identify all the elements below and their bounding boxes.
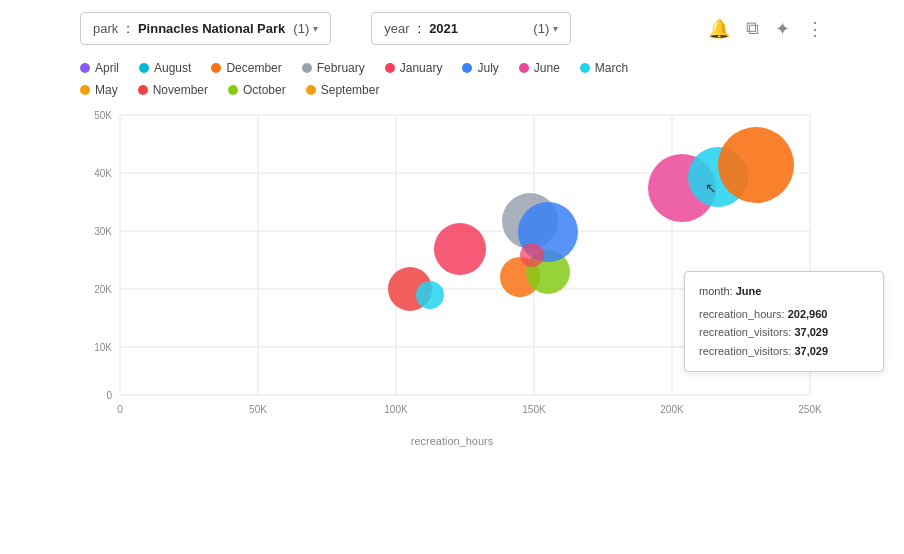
legend-item-february: February (302, 61, 365, 75)
legend-item-june: June (519, 61, 560, 75)
legend-dot-february (302, 63, 312, 73)
legend-dot-august (139, 63, 149, 73)
legend-label-december: December (226, 61, 281, 75)
svg-text:↖: ↖ (705, 180, 717, 196)
svg-text:0: 0 (117, 404, 123, 415)
legend-item-march: March (580, 61, 628, 75)
filter-settings-icon[interactable]: ⧉ (746, 18, 759, 39)
toolbar-icons: 🔔 ⧉ ✦ ⋮ (708, 18, 824, 40)
park-chevron-icon: ▾ (313, 23, 318, 34)
scatter-chart: 50K 40K 30K 20K 10K 0 0 50K 100K 150K 20… (70, 105, 830, 425)
svg-text:100K: 100K (384, 404, 408, 415)
legend-label-june: June (534, 61, 560, 75)
legend-item-october: October (228, 83, 286, 97)
legend-dot-march (580, 63, 590, 73)
legend-dot-november (138, 85, 148, 95)
legend-item-august: August (139, 61, 191, 75)
year-filter-count: (1) ▾ (533, 21, 558, 36)
bubble-march-small[interactable] (416, 281, 444, 309)
legend-item-november: November (138, 83, 208, 97)
svg-text:40K: 40K (94, 168, 112, 179)
legend-label-september: September (321, 83, 380, 97)
svg-text:20K: 20K (94, 284, 112, 295)
x-axis-label: recreation_hours (0, 435, 904, 447)
svg-text:50K: 50K (249, 404, 267, 415)
svg-text:0: 0 (106, 390, 112, 401)
chart-legend: AprilAugustDecemberFebruaryJanuaryJulyJu… (0, 57, 904, 101)
more-options-icon[interactable]: ⋮ (806, 18, 824, 40)
svg-text:200K: 200K (660, 404, 684, 415)
year-filter[interactable]: year: 2021 (1) ▾ (371, 12, 571, 45)
legend-dot-july (462, 63, 472, 73)
svg-text:30K: 30K (94, 226, 112, 237)
bell-icon[interactable]: 🔔 (708, 18, 730, 40)
park-filter[interactable]: park: Pinnacles National Park (1) ▾ (80, 12, 331, 45)
legend-dot-april (80, 63, 90, 73)
legend-dot-may (80, 85, 90, 95)
star-icon[interactable]: ✦ (775, 18, 790, 40)
legend-dot-september (306, 85, 316, 95)
legend-label-february: February (317, 61, 365, 75)
legend-dot-december (211, 63, 221, 73)
legend-label-august: August (154, 61, 191, 75)
legend-item-december: December (211, 61, 281, 75)
svg-text:10K: 10K (94, 342, 112, 353)
svg-text:150K: 150K (522, 404, 546, 415)
bubble-august[interactable] (718, 127, 794, 203)
legend-item-july: July (462, 61, 498, 75)
park-filter-value: Pinnacles National Park (138, 21, 285, 36)
legend-item-may: May (80, 83, 118, 97)
svg-text:250K: 250K (798, 404, 822, 415)
legend-dot-january (385, 63, 395, 73)
legend-label-october: October (243, 83, 286, 97)
legend-item-january: January (385, 61, 443, 75)
legend-dot-october (228, 85, 238, 95)
bubble-jan-small[interactable] (520, 243, 544, 267)
legend-label-november: November (153, 83, 208, 97)
year-filter-label: year (384, 21, 409, 36)
legend-label-april: April (95, 61, 119, 75)
park-filter-label: park (93, 21, 118, 36)
legend-item-april: April (80, 61, 119, 75)
legend-label-march: March (595, 61, 628, 75)
park-filter-count: (1) ▾ (293, 21, 318, 36)
bubble-january[interactable] (434, 223, 486, 275)
legend-label-january: January (400, 61, 443, 75)
legend-label-may: May (95, 83, 118, 97)
svg-text:50K: 50K (94, 110, 112, 121)
year-filter-value: 2021 (429, 21, 458, 36)
chart-wrapper: recreation_visitors 50K 40K 30K 20K 10K … (0, 101, 904, 429)
legend-dot-june (519, 63, 529, 73)
year-chevron-icon: ▾ (553, 23, 558, 34)
legend-label-july: July (477, 61, 498, 75)
legend-item-september: September (306, 83, 380, 97)
top-bar: park: Pinnacles National Park (1) ▾ year… (0, 0, 904, 57)
